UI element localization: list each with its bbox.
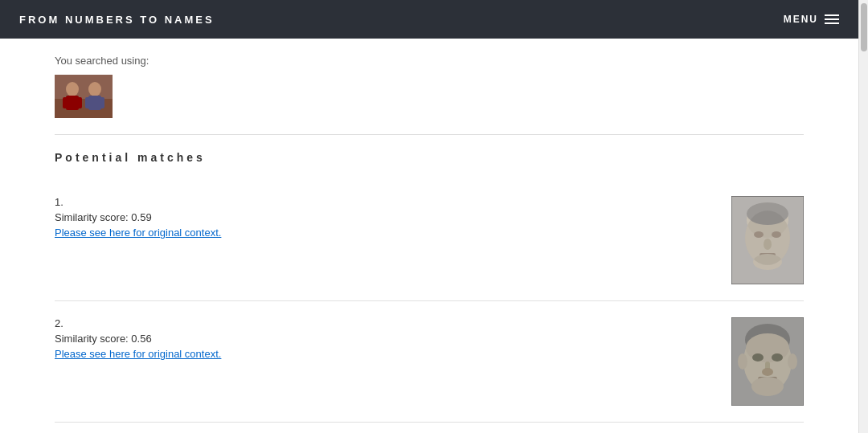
section-divider — [55, 134, 804, 135]
match-score-2: Similarity score: 0.56 — [55, 333, 715, 345]
match-item-1: 1. Similarity score: 0.59 Please see her… — [55, 180, 804, 301]
content-area: FROM NUMBERS TO NAMES MENU You searched … — [0, 0, 858, 433]
matches-section: Potential matches 1. Similarity score: 0… — [55, 151, 804, 433]
svg-rect-21 — [731, 196, 804, 284]
svg-rect-7 — [88, 96, 101, 110]
match-link-2[interactable]: Please see here for original context. — [55, 348, 221, 360]
match-item-3: 3. Similarity score: 0.53 Please see her… — [55, 423, 804, 433]
search-section: You searched using: — [55, 55, 804, 118]
search-image-svg — [55, 75, 113, 118]
svg-point-2 — [66, 82, 79, 96]
scrollbar-thumb[interactable] — [861, 3, 867, 51]
match-score-1: Similarity score: 0.59 — [55, 211, 715, 223]
menu-label: MENU — [784, 14, 818, 25]
hamburger-icon — [825, 14, 839, 24]
svg-rect-4 — [63, 97, 68, 108]
search-label: You searched using: — [55, 55, 804, 67]
face-svg-1 — [731, 196, 804, 284]
main-content: You searched using: — [0, 39, 858, 433]
svg-rect-3 — [66, 96, 79, 110]
match-image-1 — [731, 196, 804, 284]
face-svg-2 — [731, 317, 804, 406]
matches-title: Potential matches — [55, 151, 804, 164]
search-image — [55, 75, 113, 118]
svg-rect-5 — [77, 97, 82, 108]
match-number-1: 1. — [55, 196, 715, 208]
svg-point-6 — [88, 82, 101, 96]
header: FROM NUMBERS TO NAMES MENU — [0, 0, 858, 39]
match-image-2 — [731, 317, 804, 406]
menu-button[interactable]: MENU — [784, 14, 839, 25]
scrollbar[interactable] — [858, 0, 868, 433]
svg-rect-35 — [731, 317, 804, 406]
match-info-2: 2. Similarity score: 0.56 Please see her… — [55, 317, 715, 361]
match-link-1[interactable]: Please see here for original context. — [55, 227, 221, 239]
page-wrapper: FROM NUMBERS TO NAMES MENU You searched … — [0, 0, 868, 433]
match-item-2: 2. Similarity score: 0.56 Please see her… — [55, 301, 804, 423]
match-info-1: 1. Similarity score: 0.59 Please see her… — [55, 196, 715, 239]
svg-rect-9 — [100, 97, 104, 108]
site-title: FROM NUMBERS TO NAMES — [19, 14, 215, 26]
match-number-2: 2. — [55, 317, 715, 329]
svg-rect-8 — [85, 97, 90, 108]
